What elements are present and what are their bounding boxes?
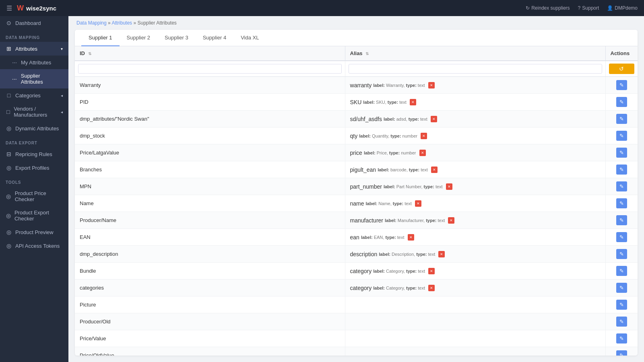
cell-actions: ✎ (605, 212, 638, 229)
table-row: PIDSKU label: SKU, type: text✕✎ (75, 94, 638, 111)
tab-supplier4[interactable]: Supplier 4 (196, 30, 234, 46)
sidebar-item-api-access-tokens[interactable]: ◎ API Access Tokens (0, 239, 68, 253)
sidebar-item-product-export-checker[interactable]: ◎ Product Export Checker (0, 206, 68, 225)
cell-alias: category label: Category, type: text✕ (345, 263, 605, 280)
edit-button[interactable]: ✎ (616, 350, 627, 356)
cell-id: EAN (75, 229, 345, 246)
table-row: Producer/Old✎ (75, 313, 638, 330)
alias-meta: label: adsd, type: text (384, 117, 427, 121)
export-checker-icon: ◎ (6, 212, 11, 219)
cell-alias: pigult_ean label: barcode, type: text✕ (345, 161, 605, 178)
column-header-id[interactable]: ID ⇅ (75, 46, 345, 61)
export-icon: ◎ (6, 165, 12, 171)
edit-button[interactable]: ✎ (616, 266, 627, 276)
cell-id: MPN (75, 178, 345, 195)
cell-id: PID (75, 94, 345, 111)
filter-id-input[interactable] (78, 64, 342, 74)
cell-actions: ✎ (605, 128, 638, 144)
edit-button[interactable]: ✎ (616, 80, 627, 90)
cell-id: Bundle (75, 263, 345, 280)
tab-vida-xl[interactable]: Vida XL (233, 30, 266, 46)
edit-button[interactable]: ✎ (616, 181, 627, 191)
alias-name: sd/uhf_asdfs (350, 116, 382, 122)
logo-text: wise2sync (26, 5, 56, 12)
support-button[interactable]: ? Support (578, 5, 599, 11)
edit-button[interactable]: ✎ (616, 165, 627, 175)
breadcrumb-data-mapping[interactable]: Data Mapping (76, 20, 107, 26)
alias-name: qty (350, 133, 358, 139)
sidebar-item-label: Product Price Checker (15, 190, 63, 202)
cell-actions: ✎ (605, 178, 638, 195)
sidebar-item-label: Attributes (15, 46, 37, 52)
edit-button[interactable]: ✎ (616, 215, 627, 225)
cell-actions: ✎ (605, 111, 638, 128)
sidebar-section-tools: Tools (0, 175, 68, 187)
filter-alias-input[interactable] (349, 64, 602, 74)
edit-button[interactable]: ✎ (616, 249, 627, 259)
alias-badge: ✕ (410, 99, 416, 105)
edit-button[interactable]: ✎ (616, 148, 627, 158)
alias-badge: ✕ (431, 167, 438, 173)
alias-badge: ✕ (448, 217, 454, 224)
column-header-actions: Actions (605, 46, 638, 61)
breadcrumb-attributes[interactable]: Attributes (111, 20, 132, 26)
sidebar-item-export-profiles[interactable]: ◎ Export Profiles (0, 161, 68, 175)
alias-content: category label: Category, type: text✕ (350, 285, 601, 291)
sidebar-item-supplier-attributes[interactable]: ··· Supplier Attributes (0, 69, 68, 88)
alias-name: ean (350, 234, 359, 241)
alias-content: category label: Category, type: text✕ (350, 268, 601, 274)
sidebar-item-product-preview[interactable]: ◎ Product Preview (0, 225, 68, 239)
cell-actions: ✎ (605, 77, 638, 94)
edit-button[interactable]: ✎ (616, 131, 627, 141)
hamburger-icon[interactable]: ☰ (6, 4, 12, 12)
sidebar-item-repricing-rules[interactable]: ⊟ Repricing Rules (0, 147, 68, 161)
cell-id: Picture (75, 296, 345, 313)
table-row: dmp_stockqty label: Quantity, type: numb… (75, 128, 638, 144)
alias-badge: ✕ (446, 183, 452, 190)
alias-badge: ✕ (415, 200, 421, 207)
tab-supplier3[interactable]: Supplier 3 (157, 30, 196, 46)
user-menu-button[interactable]: 👤 DMPdemo (607, 5, 638, 11)
alias-name: pigult_ean (350, 167, 376, 173)
reindex-suppliers-button[interactable]: ↻ Reindex suppliers (526, 5, 570, 11)
edit-button[interactable]: ✎ (616, 283, 627, 293)
sidebar-item-label: Dynamic Attributes (15, 125, 59, 132)
top-navigation: ☰ W wise2sync ↻ Reindex suppliers ? Supp… (0, 0, 644, 16)
edit-button[interactable]: ✎ (616, 317, 627, 327)
table-row: Price/Value✎ (75, 330, 638, 347)
edit-button[interactable]: ✎ (616, 333, 627, 343)
sidebar-item-my-attributes[interactable]: ··· My Attributes (0, 56, 68, 69)
sidebar-item-attributes[interactable]: ⊞ Attributes ▾ (0, 42, 68, 56)
supplier-attributes-icon: ··· (11, 76, 18, 82)
cell-actions: ✎ (605, 347, 638, 356)
logo: W wise2sync (17, 4, 56, 12)
sidebar-item-dashboard[interactable]: ⊙ Dashboard (0, 16, 68, 30)
tab-supplier2[interactable]: Supplier 2 (120, 30, 158, 46)
edit-button[interactable]: ✎ (616, 198, 627, 208)
main-content: Data Mapping » Attributes » Supplier Att… (68, 16, 644, 362)
sidebar-item-dynamic-attributes[interactable]: ◎ Dynamic Attributes (0, 121, 68, 135)
topnav-left: ☰ W wise2sync (6, 4, 56, 12)
reset-filter-button[interactable]: ↺ (609, 64, 635, 74)
sidebar-section-data-mapping: Data Mapping (0, 30, 68, 42)
cell-alias: warranty label: Warranty, type: text✕ (345, 77, 605, 94)
edit-button[interactable]: ✎ (616, 232, 627, 242)
edit-button[interactable]: ✎ (616, 300, 627, 310)
alias-content: qty label: Quantity, type: number✕ (350, 133, 601, 139)
alias-badge: ✕ (419, 150, 426, 156)
edit-button[interactable]: ✎ (616, 114, 627, 124)
alias-meta: label: Price, type: number (364, 150, 416, 155)
table-row: Price/LatgaValueprice label: Price, type… (75, 144, 638, 161)
column-header-alias[interactable]: Alias ⇅ (345, 46, 605, 61)
layout: ⊙ Dashboard Data Mapping ⊞ Attributes ▾ … (0, 16, 644, 362)
cell-actions: ✎ (605, 144, 638, 161)
alias-name: part_number (350, 183, 382, 190)
edit-button[interactable]: ✎ (616, 97, 627, 107)
sidebar-item-categories[interactable]: □ Categories ◂ (0, 88, 68, 102)
tab-supplier1[interactable]: Supplier 1 (81, 30, 120, 46)
cell-alias: ean label: EAN, type: text✕ (345, 229, 605, 246)
my-attributes-icon: ··· (11, 59, 18, 66)
sidebar-item-product-price-checker[interactable]: ◎ Product Price Checker (0, 187, 68, 206)
sidebar-item-vendors[interactable]: □ Vendors / Manufacturers ◂ (0, 102, 68, 121)
sidebar-item-label: API Access Tokens (15, 243, 60, 249)
